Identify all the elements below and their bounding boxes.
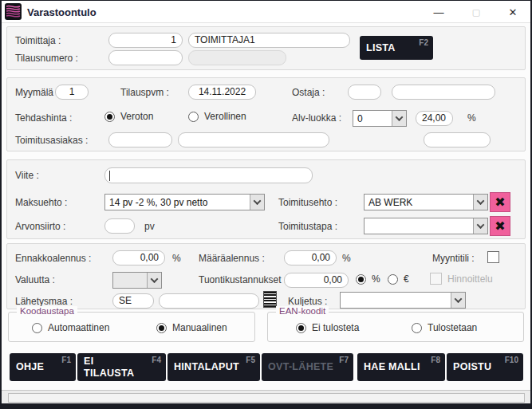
maximize-button: ▢ [463, 2, 490, 22]
hae-malli-button[interactable]: HAE MALLI F8 [357, 353, 445, 381]
tuontikustannukset-field[interactable]: 0,00 [284, 273, 349, 288]
hae-malli-button-label: HAE MALLI [364, 361, 420, 373]
tulostetaan-radio[interactable]: Tulostetaan [412, 322, 477, 333]
lahetysmaa-name-field[interactable] [159, 293, 259, 309]
ean-koodit-group: EAN-koodit Ei tulosteta Tulostetaan [267, 312, 524, 342]
status-bar [2, 390, 530, 403]
varastoontulo-window: Varastoontulo — ▢ ✕ Toimittaja : 1 TOIMI… [0, 0, 532, 409]
toimittaja-name-field[interactable]: TOIMITTAJA1 [188, 33, 350, 48]
country-list-icon[interactable] [263, 291, 277, 308]
toimitusehto-label: Toimitusehto : [278, 197, 337, 208]
veroton-radio[interactable]: Veroton [104, 111, 153, 122]
hintalaput-button-fkey: F5 [246, 356, 255, 364]
checkbox-icon [430, 273, 442, 285]
alv-luokka-label: Alv-luokka : [292, 112, 341, 124]
myyntitili-checkbox[interactable] [487, 251, 499, 263]
ohje-button-label: OHJE [16, 361, 44, 373]
radio-dot-icon [412, 323, 422, 333]
toimitusehto-value: AB WERK [365, 195, 473, 210]
tilausnumero-id-field[interactable] [108, 50, 183, 65]
hintalaput-button[interactable]: HINTALAPUT F5 [167, 353, 260, 381]
clear-x-icon: ✖ [495, 195, 505, 210]
alv-luokka-value: 0 [353, 111, 392, 126]
hinnoittelu-checkbox: Hinnoittelu [430, 273, 493, 285]
verollinen-radio-label: Verollinen [204, 111, 246, 122]
koodaustapa-group-title: Koodaustapa [17, 306, 77, 316]
ei-tulosteta-radio[interactable]: Ei tulosteta [296, 322, 359, 333]
myyntitili-label: Myyntitili : [432, 253, 475, 264]
ennakkoalennus-percent-sign: % [172, 253, 181, 264]
ovt-lahete-button-fkey: F7 [339, 356, 349, 364]
viite-field[interactable] [104, 167, 313, 183]
ei-tulosteta-radio-label: Ei tulosteta [312, 322, 359, 333]
tilausnumero-name-field [188, 50, 286, 65]
hintalaput-button-label: HINTALAPUT [174, 361, 239, 373]
title-bar: Varastoontulo — ▢ ✕ [2, 1, 530, 23]
automaattinen-radio[interactable]: Automaattinen [32, 322, 109, 333]
toimittaja-label: Toimittaja : [15, 35, 61, 46]
tuontikustannukset-percent-radio[interactable]: % [356, 273, 380, 285]
maksuehto-dropdown[interactable]: 14 pv -2 %, 30 pv netto [104, 194, 265, 210]
order-section: Myymälä : 1 Tilauspvm : 14.11.2022 Ostaj… [6, 77, 526, 151]
lahetysmaa-code-field[interactable]: SE [112, 293, 154, 309]
chevron-down-icon [147, 273, 161, 288]
tilauspvm-field[interactable]: 14.11.2022 [188, 85, 256, 100]
clear-x-icon: ✖ [495, 218, 505, 234]
ostaja-label: Ostaja : [292, 87, 325, 98]
myymala-field[interactable]: 1 [55, 85, 89, 100]
toimitusasiakas-extra-field[interactable] [424, 132, 491, 147]
alv-percent-field[interactable]: 24,00 [416, 111, 453, 126]
ohje-button[interactable]: OHJE F1 [10, 353, 76, 381]
window-border-bottom [0, 403, 532, 409]
ean-group-title: EAN-koodit [276, 306, 329, 316]
manuaalinen-radio[interactable]: Manuaalinen [156, 322, 227, 333]
minimize-button[interactable]: — [425, 2, 452, 22]
ostaja-id-field[interactable] [348, 85, 381, 100]
clear-toimitusehto-button[interactable]: ✖ [490, 192, 510, 212]
toimitusasiakas-name-field[interactable] [178, 132, 329, 147]
radio-dot-icon [388, 274, 398, 285]
arvonsiirto-field[interactable] [104, 218, 135, 234]
valuutta-label: Valuutta : [15, 274, 55, 285]
arvonsiirto-unit: pv [144, 221, 155, 232]
ennakkoalennus-label: Ennakkoalennus : [15, 253, 91, 264]
tuontikustannukset-euro-radio[interactable]: € [388, 273, 409, 285]
toimittaja-id-field[interactable]: 1 [108, 33, 183, 48]
ei-tilausta-button-label: EI TILAUSTA [84, 356, 147, 380]
toimitusehto-dropdown[interactable]: AB WERK [364, 194, 488, 210]
poistu-button-label: POISTU [453, 361, 491, 373]
close-button[interactable]: ✕ [499, 2, 526, 22]
pricing-section: Ennakkoalennus : 0,00 % Määräalennus : 0… [6, 243, 526, 309]
clear-toimitustapa-button[interactable]: ✖ [490, 216, 510, 236]
ei-tilausta-button[interactable]: EI TILAUSTA F4 [77, 353, 166, 381]
lahetysmaa-label: Lähetysmaa : [15, 296, 73, 307]
kuljetus-dropdown[interactable] [340, 292, 466, 309]
toimitustapa-dropdown[interactable] [364, 218, 488, 234]
verollinen-radio[interactable]: Verollinen [188, 111, 246, 122]
alv-luokka-dropdown[interactable]: 0 [353, 110, 407, 127]
ostaja-name-field[interactable] [392, 85, 495, 100]
close-icon: ✕ [509, 6, 518, 18]
radio-dot-icon [356, 274, 366, 285]
arvonsiirto-label: Arvonsiirto : [15, 221, 65, 232]
maaraalennus-field[interactable]: 0,00 [284, 250, 337, 265]
ennakkoalennus-field[interactable]: 0,00 [112, 250, 165, 265]
valuutta-value [113, 273, 147, 288]
tilausnumero-label: Tilausnumero : [15, 53, 78, 64]
viite-label: Viite : [15, 170, 39, 181]
chevron-down-icon [392, 111, 406, 126]
lista-button[interactable]: LISTA F2 [360, 36, 433, 60]
maksuehto-value: 14 pv -2 %, 30 pv netto [105, 195, 250, 210]
radio-dot-icon [104, 112, 115, 122]
ohje-button-fkey: F1 [61, 356, 71, 364]
radio-dot-icon [32, 323, 42, 333]
status-field [8, 393, 525, 403]
toimitustapa-value [365, 218, 473, 234]
maximize-icon: ▢ [472, 7, 480, 18]
minimize-icon: — [434, 6, 444, 18]
toimitusasiakas-id-field[interactable] [108, 132, 172, 147]
lista-button-fkey: F2 [419, 38, 428, 47]
maaraalennus-label: Määräalennus : [199, 253, 265, 264]
poistu-button[interactable]: POISTU F10 [447, 353, 523, 381]
automaattinen-radio-label: Automaattinen [48, 322, 109, 333]
